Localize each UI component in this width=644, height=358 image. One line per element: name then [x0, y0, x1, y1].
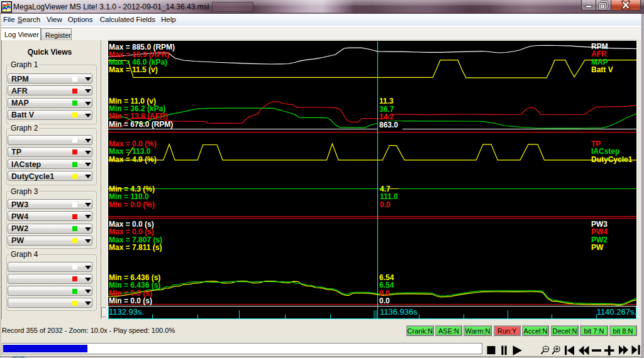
svg-text:Min = 0.0 (%): Min = 0.0 (%)	[109, 200, 155, 209]
svg-text:Batt V: Batt V	[591, 65, 613, 74]
svg-text:0.0: 0.0	[379, 296, 390, 305]
svg-text:1140.267s.: 1140.267s.	[597, 307, 636, 317]
svg-text:Min = 0.0 (s): Min = 0.0 (s)	[109, 296, 152, 305]
svg-text:1132.93s.: 1132.93s.	[109, 307, 144, 317]
svg-text:0.0: 0.0	[380, 200, 391, 209]
svg-text:Max = 7.811 (s): Max = 7.811 (s)	[109, 243, 162, 252]
svg-text:863.0: 863.0	[379, 121, 398, 129]
svg-text:Max = 4.9 (%): Max = 4.9 (%)	[109, 155, 157, 164]
svg-text:1136.936s: 1136.936s	[380, 307, 418, 317]
svg-text:Max = 11.5 (v): Max = 11.5 (v)	[109, 65, 158, 74]
svg-text:Min = 678.0 (RPM): Min = 678.0 (RPM)	[109, 120, 173, 129]
svg-text:DutyCycle1: DutyCycle1	[591, 155, 633, 164]
svg-text:PW: PW	[591, 243, 604, 252]
